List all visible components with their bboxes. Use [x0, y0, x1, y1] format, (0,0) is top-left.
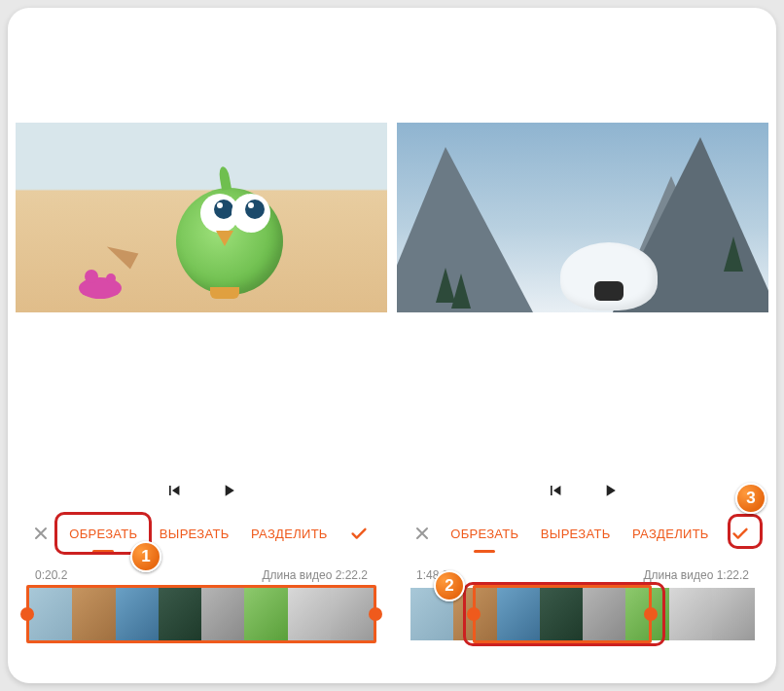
timeline-thumb: [244, 588, 287, 640]
timeline-thumb: [540, 588, 583, 640]
time-total: Длина видео 1:22.2: [643, 568, 749, 582]
callout-badge-1: 1: [130, 541, 161, 572]
callout-badge-2: 2: [434, 570, 465, 601]
edit-tabs-row: ОБРЕЗАТЬ ВЫРЕЗАТЬ РАЗДЕЛИТЬ 1: [16, 514, 387, 553]
top-spacer: [397, 16, 768, 123]
video-preview[interactable]: [397, 123, 768, 312]
prev-button[interactable]: [546, 481, 565, 500]
timeline-thumb: [669, 588, 712, 640]
timeline-thumb: [116, 588, 159, 640]
tutorial-frame: ОБРЕЗАТЬ ВЫРЕЗАТЬ РАЗДЕЛИТЬ 1 0:20.2 Дли…: [8, 8, 776, 683]
tree: [451, 273, 471, 309]
timeline-thumb: [288, 588, 331, 640]
time-current: 0:20.2: [35, 568, 67, 582]
timeline-thumb: [331, 588, 374, 640]
timeline-container: 2: [397, 588, 768, 675]
transport-controls: [16, 481, 387, 514]
tab-split[interactable]: РАЗДЕЛИТЬ: [628, 521, 713, 547]
ice-cream-splat: [79, 277, 122, 299]
timeline-thumb: [583, 588, 625, 640]
time-indicators: 0:20.2 Длина видео 2:22.2: [16, 553, 387, 588]
tab-cut[interactable]: ВЫРЕЗАТЬ: [537, 521, 615, 547]
timeline-container: [16, 588, 387, 675]
timeline-thumb: [201, 588, 244, 640]
transport-controls: [397, 481, 768, 514]
video-preview[interactable]: [16, 123, 387, 312]
edit-tabs: ОБРЕЗАТЬ ВЫРЕЗАТЬ РАЗДЕЛИТЬ: [440, 521, 720, 547]
edit-tabs-row: ОБРЕЗАТЬ ВЫРЕЗАТЬ РАЗДЕЛИТЬ 3: [397, 514, 768, 553]
phone-left: ОБРЕЗАТЬ ВЫРЕЗАТЬ РАЗДЕЛИТЬ 1 0:20.2 Дли…: [16, 16, 387, 675]
edit-tabs: ОБРЕЗАТЬ ВЫРЕЗАТЬ РАЗДЕЛИТЬ: [58, 521, 339, 547]
tab-split[interactable]: РАЗДЕЛИТЬ: [247, 521, 332, 547]
timeline-thumb: [159, 588, 201, 640]
tab-crop[interactable]: ОБРЕЗАТЬ: [65, 521, 141, 547]
tab-crop[interactable]: ОБРЕЗАТЬ: [446, 521, 522, 547]
close-button[interactable]: [410, 522, 434, 545]
tree: [724, 236, 743, 272]
editor-controls: ОБРЕЗАТЬ ВЫРЕЗАТЬ РАЗДЕЛИТЬ 3 1:48.2 Дли…: [397, 312, 768, 675]
timeline-thumb: [625, 588, 668, 640]
timeline-thumb: [497, 588, 540, 640]
play-button[interactable]: [600, 481, 620, 500]
confirm-button[interactable]: [344, 519, 374, 548]
top-spacer: [16, 16, 387, 123]
timeline[interactable]: [410, 588, 755, 640]
confirm-button[interactable]: [726, 519, 755, 548]
tab-cut[interactable]: ВЫРЕЗАТЬ: [156, 521, 233, 547]
snow-pile: [560, 242, 658, 310]
callout-badge-3: 3: [735, 483, 766, 514]
phone-right: ОБРЕЗАТЬ ВЫРЕЗАТЬ РАЗДЕЛИТЬ 3 1:48.2 Дли…: [397, 16, 768, 675]
prev-button[interactable]: [164, 481, 184, 500]
timeline[interactable]: [29, 588, 374, 640]
editor-controls: ОБРЕЗАТЬ ВЫРЕЗАТЬ РАЗДЕЛИТЬ 1 0:20.2 Дли…: [16, 312, 387, 675]
play-button[interactable]: [219, 481, 238, 500]
hatchling-character: [171, 178, 288, 295]
timeline-thumb: [29, 588, 72, 640]
close-button[interactable]: [29, 522, 53, 545]
timeline-thumb: [712, 588, 755, 640]
ice-cream-cone: [103, 239, 139, 270]
time-total: Длина видео 2:22.2: [262, 568, 368, 582]
timeline-thumb: [72, 588, 115, 640]
